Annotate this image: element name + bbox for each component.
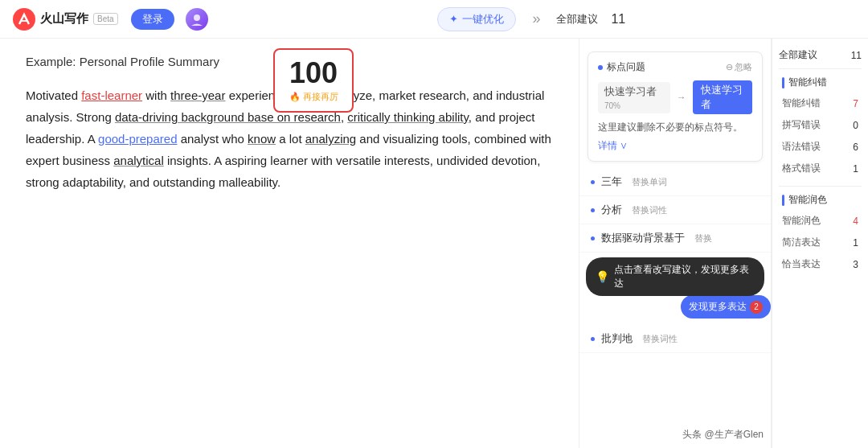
- svg-point-1: [194, 14, 200, 21]
- word-suggested-button[interactable]: 快速学习者: [693, 80, 752, 114]
- right-item-count-3: 6: [853, 142, 858, 153]
- right-item-count-7: 3: [853, 259, 858, 270]
- item-tag-4: 替换词性: [642, 333, 678, 345]
- highlight-analytical: analytical: [113, 154, 164, 167]
- header: 火山写作 Beta 登录 ✦ 一键优化 » 全部建议 11: [0, 0, 868, 39]
- group-label-2: 智能润色: [788, 193, 827, 207]
- ignore-icon: ⊖: [726, 62, 733, 72]
- card-ignore-button[interactable]: ⊖ 忽略: [726, 61, 752, 73]
- right-item-smart-correct[interactable]: 智能纠错 7: [779, 92, 862, 114]
- highlight-good-prepared: good-prepared: [98, 132, 177, 146]
- suggestions-count: 11: [611, 12, 625, 27]
- card-dot-icon: [598, 65, 603, 70]
- right-all-suggestions[interactable]: 全部建议 11: [779, 48, 862, 62]
- all-suggestions-label: 全部建议: [779, 48, 817, 62]
- word-original: 快速学习者 70%: [598, 82, 670, 113]
- item-dot-icon-2: [591, 208, 595, 212]
- card-detail-button[interactable]: 详情 ∨: [598, 139, 752, 153]
- highlight-analyzing: analyzing: [305, 132, 356, 146]
- divider-2: [779, 186, 862, 187]
- highlight-three-year: three-year: [170, 88, 225, 102]
- right-item-count-4: 1: [853, 163, 858, 175]
- card-description: 这里建议删除不必要的标点符号。: [598, 121, 752, 134]
- logo-text: 火山写作: [40, 11, 88, 27]
- right-item-label-3: 语法错误: [782, 140, 821, 154]
- right-item-count-1: 7: [853, 98, 858, 109]
- score-number: 100: [289, 59, 338, 88]
- right-item-label-5: 智能润色: [782, 214, 821, 228]
- right-panel: 全部建议 11 智能纠错 智能纠错 7 拼写错误 0 语法错误 6 格式错误 1: [772, 39, 868, 448]
- group-bar-icon-2: [782, 195, 784, 206]
- card-type-label: 标点问题: [607, 60, 645, 74]
- editor-area: 100 🔥 再接再厉 Example: Personal Profile Sum…: [0, 39, 579, 448]
- tooltip-text: 点击查看改写建议，发现更多表达: [614, 263, 755, 290]
- right-item-count-2: 0: [853, 120, 858, 131]
- right-item-appropriate[interactable]: 恰当表达 3: [779, 253, 862, 275]
- group-title-2: 智能润色: [782, 193, 858, 207]
- right-item-concise[interactable]: 简洁表达 1: [779, 232, 862, 253]
- right-item-grammar[interactable]: 语法错误 6: [779, 136, 862, 158]
- logo-icon: [13, 8, 35, 31]
- card-type: 标点问题: [598, 60, 645, 74]
- highlight-fast-learner: fast-learner: [81, 88, 142, 102]
- suggestion-item-3[interactable]: 数据驱动背景基于 替换: [579, 224, 771, 253]
- discover-label: 发现更多表达: [689, 300, 747, 314]
- ignore-label: 忽略: [735, 61, 752, 73]
- group-label-1: 智能纠错: [788, 76, 827, 89]
- word-comparison: 快速学习者 70% → 快速学习者: [598, 80, 752, 114]
- card-header: 标点问题 ⊖ 忽略: [598, 60, 752, 74]
- score-label-text: 再接再厉: [303, 91, 338, 103]
- score-sublabel: 🔥 再接再厉: [289, 91, 338, 103]
- header-center: ✦ 一键优化 » 全部建议 11: [208, 7, 855, 31]
- item-tag-1: 替换单词: [632, 176, 667, 188]
- score-box: 100 🔥 再接再厉: [273, 48, 354, 113]
- item-tag-3: 替换: [694, 232, 712, 245]
- beta-badge: Beta: [93, 13, 118, 25]
- item-label-4: 批判地: [601, 331, 633, 346]
- item-dot-icon: [591, 180, 595, 184]
- suggestion-item-2[interactable]: 分析 替换词性: [579, 196, 771, 224]
- item-dot-icon-4: [591, 337, 595, 341]
- all-suggestions-count: 11: [851, 50, 862, 61]
- bulb-icon: 💡: [596, 270, 609, 283]
- optimize-label: 一键优化: [462, 12, 504, 27]
- right-item-format[interactable]: 格式错误 1: [779, 158, 862, 179]
- avatar-icon: [190, 12, 204, 27]
- right-item-label-7: 恰当表达: [782, 257, 821, 271]
- right-item-label-2: 拼写错误: [782, 118, 821, 132]
- suggestion-card: 标点问题 ⊖ 忽略 快速学习者 70% → 快速学习者 这里建议删除不必要的标点…: [588, 51, 763, 162]
- group-title-1: 智能纠错: [782, 76, 858, 89]
- group-bar-icon-1: [782, 77, 784, 88]
- discover-count: 2: [750, 301, 763, 314]
- right-item-label-4: 格式错误: [782, 162, 821, 175]
- avatar-button[interactable]: [186, 8, 208, 31]
- more-button[interactable]: »: [529, 10, 543, 27]
- item-label-2: 分析: [601, 203, 622, 217]
- arrow-icon: →: [677, 92, 686, 103]
- tooltip-banner: 💡 点击查看改写建议，发现更多表达: [586, 257, 764, 296]
- logo-area: 火山写作 Beta 登录: [13, 8, 208, 31]
- highlight-know: know: [248, 132, 276, 146]
- suggestions-label: 全部建议: [556, 12, 598, 27]
- right-item-label-1: 智能纠错: [782, 97, 821, 110]
- login-button[interactable]: 登录: [131, 9, 174, 30]
- item-tag-2: 替换词性: [632, 204, 667, 216]
- item-dot-icon-3: [591, 236, 595, 240]
- suggestion-item-4[interactable]: 批判地 替换词性: [579, 325, 771, 353]
- right-item-count-5: 4: [853, 216, 858, 227]
- item-label-3: 数据驱动背景基于: [601, 231, 685, 245]
- middle-panel: 标点问题 ⊖ 忽略 快速学习者 70% → 快速学习者 这里建议删除不必要的标点…: [579, 39, 772, 448]
- optimize-button[interactable]: ✦ 一键优化: [437, 7, 516, 31]
- item-label-1: 三年: [601, 175, 622, 189]
- right-item-label-6: 简洁表达: [782, 236, 821, 249]
- sparkle-icon: ✦: [449, 13, 458, 25]
- right-item-count-6: 1: [853, 237, 858, 249]
- right-item-spell[interactable]: 拼写错误 0: [779, 114, 862, 136]
- right-item-polish[interactable]: 智能润色 4: [779, 210, 862, 232]
- svg-point-0: [13, 8, 35, 31]
- suggestion-item-1[interactable]: 三年 替换单词: [579, 168, 771, 196]
- fire-icon: 🔥: [289, 92, 301, 102]
- main-layout: 100 🔥 再接再厉 Example: Personal Profile Sum…: [0, 39, 868, 448]
- highlight-thinking: critically thinking ability: [347, 110, 469, 124]
- discover-button[interactable]: 发现更多表达 2: [681, 295, 771, 319]
